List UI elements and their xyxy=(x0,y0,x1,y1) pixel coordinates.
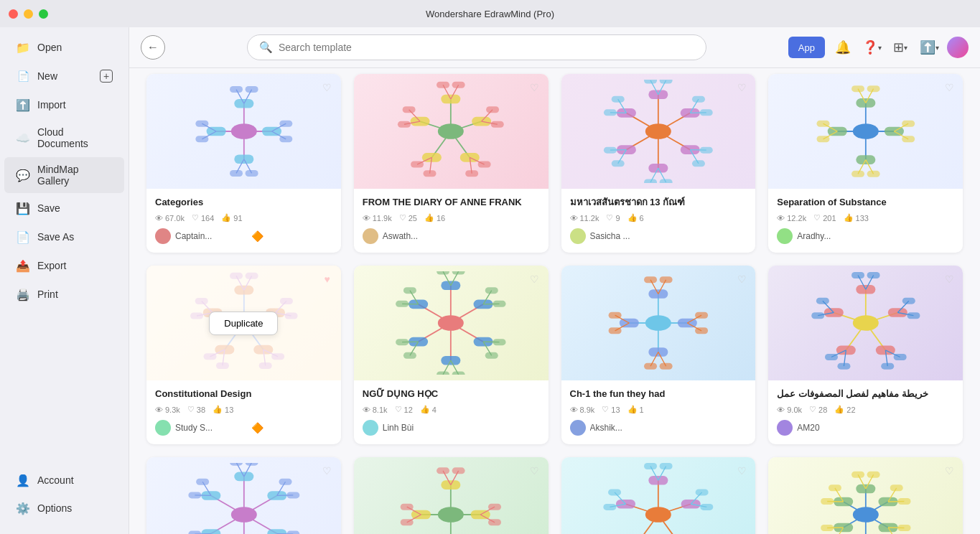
app-button[interactable]: App xyxy=(788,37,825,58)
heart-icon[interactable]: ♡ xyxy=(527,271,543,287)
print-icon: 🖨️ xyxy=(16,287,30,301)
back-button[interactable]: ← xyxy=(141,35,165,60)
heart-icon[interactable]: ♡ xyxy=(734,80,750,95)
heart-icon[interactable]: ♡ xyxy=(941,80,957,95)
like-count: 9 xyxy=(615,214,620,222)
sidebar-label-options: Options xyxy=(37,502,113,514)
thumbsup-stat: 👍 1 xyxy=(627,405,644,414)
card-card2[interactable]: ♡ FROM THE DIARY OF ANNE FRANK 👁 11.9k ♡… xyxy=(354,74,549,253)
svg-rect-79 xyxy=(644,179,657,183)
thumbsup-count: 133 xyxy=(856,214,869,222)
thumbsup-count: 1 xyxy=(640,406,644,414)
card-card12[interactable]: ♡ Advantages of Electronic Distance Meas… xyxy=(768,457,963,534)
thumbsup-stat: 👍 16 xyxy=(424,213,445,222)
sidebar-item-print[interactable]: 🖨️ Print xyxy=(4,281,124,308)
card-title: Ch-1 the fun they had xyxy=(570,388,747,400)
share-icon: ⬆️ xyxy=(920,39,935,55)
heart-icon[interactable]: ♡ xyxy=(319,80,335,95)
thumbsup-icon: 👍 xyxy=(424,213,434,222)
search-input[interactable] xyxy=(279,42,694,53)
grid-button[interactable]: ⊞ ▾ xyxy=(890,37,911,58)
author-name: Linh Bùi xyxy=(383,423,454,433)
notification-button[interactable]: 🔔 xyxy=(832,37,854,58)
sidebar-item-saveas[interactable]: 📄 Save As xyxy=(4,223,124,250)
svg-rect-104 xyxy=(902,136,915,142)
card-card5[interactable]: ♥ Duplicate Constitutional Design 👁 9.3k… xyxy=(146,266,341,444)
author-name: Akshik... xyxy=(590,423,662,433)
new-plus-icon[interactable]: + xyxy=(100,70,113,83)
heart-stat-icon: ♡ xyxy=(813,213,821,222)
sidebar-item-import[interactable]: ⬆️ Import xyxy=(4,91,124,118)
svg-rect-71 xyxy=(700,147,713,154)
heart-icon[interactable]: ♡ xyxy=(734,463,750,479)
title-bar: Wondershare EdrawMind (Pro) xyxy=(0,0,980,27)
svg-rect-116 xyxy=(816,121,829,127)
svg-point-241 xyxy=(853,315,879,331)
card-image: ♡ xyxy=(768,457,963,534)
svg-rect-212 xyxy=(856,285,875,294)
thumbsup-stat: 👍 133 xyxy=(844,213,869,222)
duplicate-button[interactable]: Duplicate xyxy=(209,312,278,335)
heart-icon[interactable]: ♡ xyxy=(319,463,335,479)
sidebar-item-new[interactable]: 📄 New + xyxy=(4,62,124,90)
card-stats: 👁 67.0k ♡ 164 👍 91 xyxy=(155,213,332,222)
card-card9[interactable]: ♡ NGÀY XƯA CÓ MỘT CON BÒ 👁 10.8k ♡ 17 👍 … xyxy=(146,457,341,534)
view-count: 11.2k xyxy=(580,214,599,222)
svg-rect-307 xyxy=(644,463,657,469)
sidebar-item-account[interactable]: 👤 Account xyxy=(4,467,124,494)
svg-rect-36 xyxy=(491,121,504,128)
card-body: มหาเวสสันตรชาดก 13 กัณฑ์ 👁 11.2k ♡ 9 👍 6… xyxy=(561,189,756,253)
svg-rect-236 xyxy=(824,308,844,317)
heart-icon[interactable]: ♡ xyxy=(734,271,750,287)
svg-rect-309 xyxy=(660,463,673,469)
svg-rect-275 xyxy=(188,492,201,499)
card-author: Captain... 🔶 xyxy=(155,228,332,244)
svg-rect-209 xyxy=(609,312,622,319)
heart-icon[interactable]: ♡ xyxy=(527,80,543,95)
sidebar-item-export[interactable]: 📤 Export xyxy=(4,252,124,279)
eye-icon: 👁 xyxy=(777,214,785,222)
svg-rect-201 xyxy=(660,363,673,370)
avatar[interactable] xyxy=(947,37,969,58)
help-button[interactable]: ❓ ▾ xyxy=(861,37,882,58)
svg-rect-315 xyxy=(700,504,713,510)
sidebar-item-cloud[interactable]: ☁️ Cloud Documents xyxy=(4,120,124,156)
svg-rect-240 xyxy=(816,298,829,304)
sidebar-item-save[interactable]: 💾 Save xyxy=(4,195,124,222)
share-button[interactable]: ⬆️ ▾ xyxy=(918,37,940,58)
cloud-icon: ☁️ xyxy=(16,131,30,145)
heart-icon[interactable]: ♡ xyxy=(527,463,543,479)
thumbsup-count: 22 xyxy=(846,406,855,414)
sidebar-item-options[interactable]: ⚙️ Options xyxy=(4,495,124,522)
svg-rect-238 xyxy=(811,312,824,319)
search-bar[interactable]: 🔍 xyxy=(247,34,706,60)
sidebar-item-open[interactable]: 📁 Open xyxy=(4,34,124,61)
svg-point-117 xyxy=(853,123,879,139)
close-button[interactable] xyxy=(9,9,18,19)
card-card6[interactable]: ♡ NGỮ DỤNG HỌC 👁 8.1k ♡ 12 👍 4 Linh Bùi xyxy=(354,266,549,444)
svg-rect-253 xyxy=(286,492,299,499)
card-card1[interactable]: ♡ Categories 👁 67.0k ♡ 164 👍 91 Captain.… xyxy=(146,74,341,253)
svg-rect-178 xyxy=(396,339,409,345)
heart-stat-icon: ♡ xyxy=(809,405,816,414)
svg-rect-3 xyxy=(230,86,243,93)
maximize-button[interactable] xyxy=(39,9,48,19)
card-card8[interactable]: ♡ خريطة مفاهيم لفصل المصفوفات عمل 👁 9.0k… xyxy=(768,266,963,444)
minimize-button[interactable] xyxy=(24,9,33,19)
sidebar-label-account: Account xyxy=(37,474,113,486)
author-avatar xyxy=(363,420,378,436)
card-card10[interactable]: ♡ xyxy=(354,457,549,534)
open-icon: 📁 xyxy=(16,40,30,55)
svg-rect-346 xyxy=(897,498,910,505)
card-card11[interactable]: ♡ Perumusan dan Penetapan Pancasila Seba… xyxy=(561,457,756,534)
heart-icon[interactable]: ♡ xyxy=(941,463,957,479)
sidebar-item-gallery[interactable]: 💬 MindMap Gallery xyxy=(4,157,124,193)
card-card7[interactable]: ♡ Ch-1 the fun they had 👁 8.9k ♡ 13 👍 1 … xyxy=(561,266,756,444)
svg-point-55 xyxy=(438,123,464,139)
card-card4[interactable]: ♡ Separation of Substance 👁 12.2k ♡ 201 … xyxy=(768,74,963,253)
author-avatar xyxy=(363,228,378,244)
card-stats: 👁 8.1k ♡ 12 👍 4 xyxy=(363,405,540,414)
card-card3[interactable]: ♡ มหาเวสสันตรชาดก 13 กัณฑ์ 👁 11.2k ♡ 9 👍… xyxy=(561,74,756,253)
card-image: ♥ Duplicate xyxy=(146,266,341,380)
heart-icon[interactable]: ♡ xyxy=(941,271,957,287)
